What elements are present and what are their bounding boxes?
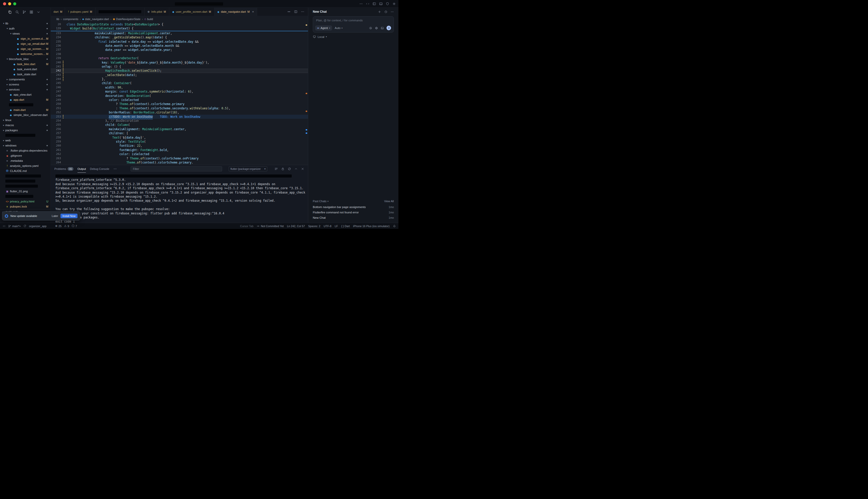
tree-item-macos[interactable]: ▸macos (0, 123, 51, 128)
breadcrumb-datenavigatorstate[interactable]: ▣DateNavigatorState (113, 17, 140, 21)
past-chat-item[interactable]: Flutterfire command not found error1mo (313, 209, 394, 215)
tree-item-sign-in-screen-dart[interactable]: ◆sign_in_screen.dartM (0, 36, 51, 41)
code-editor[interactable]: 20class DateNavigatorState extends State… (51, 22, 308, 165)
tree-item-task-bloc-dart[interactable]: ◆task_bloc.dartM (0, 62, 51, 66)
close-button[interactable] (301, 167, 304, 171)
tree-item-claude-md[interactable]: ⓂCLAUDE.md (0, 168, 51, 173)
tree-item-privacy-policy-html[interactable]: <>privacy_policy.htmlU (0, 199, 51, 204)
code-line-233[interactable]: 233 mainAxisAlignment: MainAxisAlignment… (51, 31, 308, 35)
lock-button[interactable] (281, 167, 285, 171)
at-button[interactable] (369, 26, 372, 30)
tree-item-welcome-screen-dart[interactable]: ◆welcome_screen.dartM (0, 51, 51, 57)
code-line-249[interactable]: 249 color: isSelected (51, 98, 308, 102)
code-line-242[interactable]: 242 HapticFeedback.selectionClick(); (51, 69, 308, 73)
tree-item-blocs-task-bloc[interactable]: ▾blocs/task_bloc (0, 57, 51, 62)
status-bell[interactable] (393, 224, 396, 228)
more-button[interactable] (301, 10, 304, 13)
code-line-258[interactable]: 258 Text('${date.day}', (51, 136, 308, 139)
filter-input[interactable] (130, 166, 222, 171)
later-button[interactable]: Later (52, 215, 58, 217)
code-line-243[interactable]: 243 _selectDate(date); (51, 73, 308, 77)
tree-item-packages[interactable]: ▸packages (0, 128, 51, 133)
code-line-239[interactable]: 239 return GestureDetector( (51, 56, 308, 60)
code-line-234[interactable]: 234 children: _getVisibleDates().map((da… (51, 35, 308, 39)
status-9[interactable]: ⚠9 (64, 224, 69, 228)
activity-source-control-button[interactable] (22, 10, 26, 14)
code-line-247[interactable]: 247 margin: const EdgeInsets.symmetric(h… (51, 89, 308, 94)
tree-item-simple-bloc-observer-dart[interactable]: ◆simple_bloc_observer.dart (0, 112, 51, 118)
code-line-238[interactable]: 238 (51, 52, 308, 56)
status-main-[interactable]: main*+ (8, 224, 21, 228)
tab-redacted[interactable] (96, 8, 144, 16)
tree-item-flutter-01-png[interactable]: ▣flutter_01.png (0, 189, 51, 194)
panel-tab-output[interactable]: Output (77, 165, 86, 173)
status-cursor-tab[interactable]: Cursor Tab (240, 224, 254, 228)
layout-sidebar-left-button[interactable] (373, 2, 376, 5)
status-iphone-16-plus-ios-simulator-[interactable]: iPhone 16 Plus (ios simulator) (353, 224, 390, 228)
tree-item-sign-up-screen-dart[interactable]: ◆sign_up_screen.dartM (0, 46, 51, 51)
status-spaces-2[interactable]: Spaces: 2 (308, 224, 320, 228)
panel-tab-debug-console[interactable]: Debug Console (90, 165, 109, 173)
tree-item-analysis-options-yaml[interactable]: !analysis_options.yaml (0, 163, 51, 168)
code-line-244[interactable]: 244 }, (51, 77, 308, 81)
tree-item-auth[interactable]: ▾auth (0, 26, 51, 31)
status-organizer-app[interactable]: organizer_app (29, 224, 47, 228)
activity-explorer-button[interactable] (8, 10, 12, 14)
code-line-251[interactable]: 251 : Theme.of(context).colorScheme.seco… (51, 106, 308, 110)
collapse-button[interactable] (294, 167, 298, 171)
plus-button[interactable] (378, 10, 381, 13)
breadcrumb-components[interactable]: components (63, 17, 78, 21)
activity-search-button[interactable] (15, 10, 19, 14)
breadcrumb-build[interactable]: ◇build (144, 17, 153, 21)
close-tab-icon[interactable]: × (252, 10, 254, 13)
forward-back-button[interactable] (366, 2, 369, 5)
code-line-248[interactable]: 248 decoration: BoxDecoration( (51, 94, 308, 98)
more-button[interactable] (359, 2, 363, 5)
tree-item-task-state-dart[interactable]: ◆task_state.dart (0, 72, 51, 77)
split-editor-button[interactable] (294, 10, 298, 13)
settings-gear-button[interactable] (392, 2, 396, 5)
code-line-255[interactable]: 255 child: Column( (51, 123, 308, 127)
status-7[interactable]: ⓘ7 (72, 224, 77, 228)
minimize-window-button[interactable] (8, 2, 11, 5)
code-line-139[interactable]: 139 Widget build(BuildContext context) { (51, 26, 308, 31)
copilot-button[interactable] (386, 2, 389, 5)
status-remote[interactable] (2, 224, 5, 228)
code-line-246[interactable]: 246 width: 90, (51, 85, 308, 89)
code-line-256[interactable]: 256 mainAxisAlignment: MainAxisAlignment… (51, 127, 308, 131)
tree-item-pubspec-lock[interactable]: ≡pubspec.lockM (0, 204, 51, 209)
code-line-254[interactable]: 254 ), // BoxDecoration (51, 119, 308, 123)
code-line-241[interactable]: 241 onTap: () { (51, 64, 308, 69)
agent-mode-dropdown[interactable]: ∞ Agent ▾ (315, 25, 332, 31)
compare-button[interactable] (287, 10, 291, 13)
activity-extensions-button[interactable] (29, 10, 33, 14)
zoom-window-button[interactable] (13, 2, 16, 5)
code-line-261[interactable]: 261 fontWeight: FontWeight.bold, (51, 148, 308, 152)
tree-item-lib[interactable]: ▾lib (0, 21, 51, 26)
install-now-button[interactable]: Install Now (61, 214, 77, 218)
code-line-240[interactable]: 240 key: ValueKey('date_${date.year}_${d… (51, 61, 308, 64)
code-line-20[interactable]: 20class DateNavigatorState extends State… (51, 22, 308, 26)
breadcrumb-lib[interactable]: lib (56, 17, 59, 21)
status--dart[interactable]: { } Dart (341, 224, 350, 228)
past-chat-item[interactable]: Bottom navigation bar page assignments1m… (313, 204, 394, 209)
code-line-245[interactable]: 245 child: Container( (51, 81, 308, 85)
tree-item-app-view-dart[interactable]: ◆app_view.dart (0, 92, 51, 97)
chat-input[interactable]: Plan, @ for context, / for commands ∞ Ag… (313, 16, 394, 33)
globe-button[interactable] (375, 26, 378, 30)
code-line-262[interactable]: 262 color: isSelected (51, 152, 308, 156)
tree-item-redacted[interactable] (0, 179, 51, 184)
tree-item-services[interactable]: ▸services (0, 87, 51, 92)
word-wrap-button[interactable] (274, 167, 278, 171)
code-line-253[interactable]: 253 //TODO: Work on boxShadow TODO: Work… (51, 115, 308, 119)
tree-item--metadata[interactable]: ≡.metadata (0, 158, 51, 163)
breadcrumb-date-navigator-dart[interactable]: ◆date_navigator.dart (82, 17, 109, 21)
model-dropdown[interactable]: Auto ▾ (335, 26, 342, 29)
tree-item-redacted[interactable] (0, 102, 51, 107)
status-ln-242-col-57[interactable]: Ln 242, Col 57 (287, 224, 305, 228)
past-chats-title[interactable]: Past Chats (313, 200, 327, 203)
close-window-button[interactable] (3, 2, 6, 5)
tab-info-plist[interactable]: ⚙Info.plistM (144, 8, 169, 16)
status-not-committed-yet[interactable]: Not Committed Yet (257, 224, 284, 228)
tab-dart[interactable]: dartM (51, 8, 65, 16)
